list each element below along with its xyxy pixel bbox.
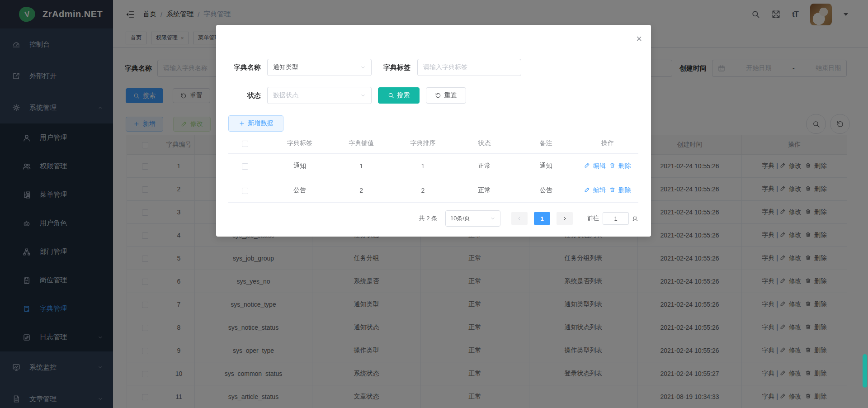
pagination-total: 共 2 条 (419, 214, 437, 223)
scrollbar-thumb[interactable] (863, 354, 867, 388)
goto-page-input[interactable]: 1 (603, 212, 629, 225)
status-cell: 正常 (454, 162, 515, 170)
edit-pencil-icon (584, 187, 590, 193)
plus-icon (239, 120, 245, 127)
modal-table-row: 通知11正常通知 编辑 删除 (228, 154, 638, 178)
page-unit-label: 页 (632, 214, 638, 223)
dict-value-cell: 1 (330, 162, 392, 170)
chevron-down-icon (360, 65, 366, 70)
prev-page-button[interactable] (511, 212, 528, 225)
status-cell: 正常 (454, 186, 515, 195)
modal-dict-data-table: 字典标签字典键值字典排序状态备注操作通知11正常通知 编辑 删除公告22正常公告… (228, 133, 638, 203)
column-header: 状态 (454, 139, 515, 147)
row-checkbox[interactable] (242, 188, 248, 194)
select-all-checkbox[interactable] (242, 141, 248, 147)
dict-data-modal: × 字典名称 通知类型 字典标签 请输入字典标签 状态 数据状态 搜索 重置 新… (216, 25, 651, 237)
delete-link[interactable]: 删除 (609, 186, 631, 194)
row-actions-cell: 编辑 删除 (577, 162, 638, 170)
modal-dict-label-input[interactable]: 请输入字典标签 (417, 59, 521, 76)
column-header: 备注 (515, 139, 577, 147)
modal-pagination: 共 2 条 10条/页 1 前往 1 页 (419, 210, 638, 227)
column-header: 字典排序 (392, 139, 453, 147)
dict-value-cell: 2 (330, 187, 392, 194)
dict-sort-cell: 1 (392, 162, 453, 170)
chevron-down-icon (490, 216, 495, 221)
modal-dict-label-label: 字典标签 (378, 63, 410, 72)
modal-table-row: 公告22正常公告 编辑 删除 (228, 178, 638, 203)
modal-dict-name-select[interactable]: 通知类型 (267, 59, 372, 76)
remark-cell: 公告 (515, 186, 577, 195)
modal-form-row-2: 状态 数据状态 搜索 重置 (228, 87, 466, 104)
goto-label: 前往 (587, 214, 599, 223)
chevron-down-icon (360, 93, 366, 98)
edit-pencil-icon (584, 162, 590, 168)
row-select-cell (228, 186, 269, 194)
modal-status-select[interactable]: 数据状态 (267, 87, 372, 104)
arrow-left-icon (517, 216, 522, 221)
dict-label-cell: 通知 (269, 162, 330, 170)
row-select-cell (228, 162, 269, 169)
modal-status-label: 状态 (228, 91, 261, 100)
refresh-icon (435, 92, 441, 99)
select-all-header (228, 140, 269, 147)
page-size-select[interactable]: 10条/页 (445, 210, 500, 227)
column-header: 字典键值 (330, 139, 392, 147)
trash-icon (609, 162, 615, 168)
edit-link[interactable]: 编辑 (584, 186, 606, 194)
modal-reset-button[interactable]: 重置 (426, 87, 466, 104)
edit-link[interactable]: 编辑 (584, 162, 606, 169)
close-icon[interactable]: × (636, 34, 642, 44)
modal-dict-name-label: 字典名称 (228, 63, 261, 72)
modal-table-header: 字典标签字典键值字典排序状态备注操作 (228, 133, 638, 154)
arrow-right-icon (562, 216, 567, 221)
modal-search-button[interactable]: 搜索 (378, 87, 420, 104)
dict-label-cell: 公告 (269, 186, 330, 195)
search-icon (388, 92, 394, 99)
row-actions-cell: 编辑 删除 (577, 186, 638, 195)
next-page-button[interactable] (557, 212, 573, 225)
delete-link[interactable]: 删除 (609, 162, 631, 169)
remark-cell: 通知 (515, 162, 577, 170)
trash-icon (609, 187, 615, 193)
column-header: 字典标签 (269, 139, 330, 147)
column-header: 操作 (577, 139, 638, 147)
current-page-button[interactable]: 1 (534, 212, 550, 225)
row-checkbox[interactable] (242, 163, 248, 170)
dict-sort-cell: 2 (392, 187, 453, 194)
modal-form-row-1: 字典名称 通知类型 字典标签 请输入字典标签 (228, 59, 521, 76)
modal-add-data-button[interactable]: 新增数据 (228, 115, 283, 132)
